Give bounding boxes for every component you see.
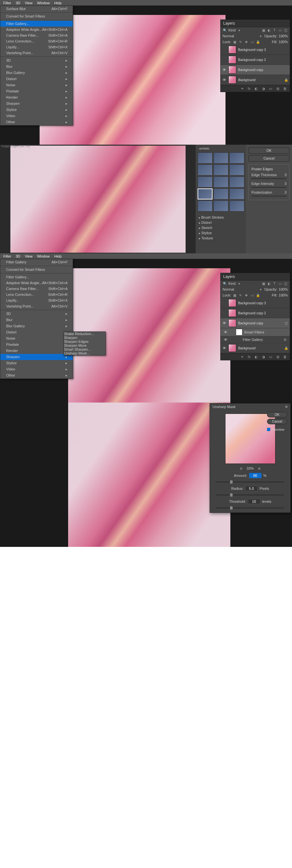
lens-correction[interactable]: Lens Correction...Shift+Ctrl+R — [0, 38, 73, 44]
amount-input[interactable] — [249, 473, 262, 478]
sharpen-edges[interactable]: Sharpen Edges — [64, 340, 106, 343]
filter-blur-gallery[interactable]: Blur Gallery▸ — [0, 323, 73, 329]
lens-correction[interactable]: Lens Correction...Shift+Ctrl+R — [0, 291, 73, 298]
pixel-filter-icon[interactable]: ▦ — [261, 282, 266, 285]
filter-dropdown-icon[interactable]: ▾ — [237, 28, 241, 32]
new-layer-icon[interactable]: ⊞ — [275, 87, 280, 91]
adjustment-icon[interactable]: ◑ — [261, 355, 266, 359]
filter-thumb[interactable] — [213, 188, 228, 199]
threshold-slider[interactable] — [216, 507, 284, 508]
opacity-value[interactable]: 100% — [279, 34, 288, 38]
eye-icon[interactable]: 👁 — [222, 321, 227, 326]
filter-thumb[interactable] — [198, 164, 212, 176]
pixel-filter-icon[interactable]: ▦ — [261, 28, 266, 32]
filter-thumb[interactable] — [213, 200, 228, 212]
filter-dropdown[interactable]: Filter GalleryAlt+Ctrl+F Convert for Sma… — [0, 259, 73, 379]
adaptive-wide-angle[interactable]: Adaptive Wide Angle...Alt+Shift+Ctrl+A — [0, 27, 73, 32]
type-filter-icon[interactable]: T — [272, 28, 277, 32]
filter-thumb[interactable] — [229, 177, 244, 187]
filter-pixelate[interactable]: Pixelate▸ — [0, 88, 73, 94]
shake-reduction[interactable]: Shake Reduction... — [64, 332, 106, 336]
fx-icon[interactable]: fx — [247, 355, 252, 359]
filter-thumb[interactable] — [198, 152, 212, 163]
new-layer-icon[interactable]: ⊞ — [275, 355, 280, 359]
filter-video[interactable]: Video▸ — [0, 366, 73, 372]
zoom-out-icon[interactable]: ⊖ — [239, 466, 243, 470]
layer-row[interactable]: 👁Background🔒 — [221, 343, 290, 353]
link-icon[interactable]: ⚭ — [240, 87, 244, 91]
menu-help[interactable]: Help — [52, 254, 64, 259]
cancel-button[interactable]: Cancel — [249, 155, 289, 161]
layer-row[interactable]: 👁Background🔒 — [221, 75, 290, 85]
ok-button[interactable]: OK — [249, 147, 289, 154]
edge-thickness-slider[interactable]: Edge Thickness3 — [252, 173, 287, 177]
adaptive-wide-angle[interactable]: Adaptive Wide Angle...Alt+Shift+Ctrl+A — [0, 280, 73, 286]
filter-3d[interactable]: 3D▸ — [0, 311, 73, 317]
lock-position-icon[interactable]: ✥ — [244, 40, 249, 44]
layers-panel[interactable]: Layers 🔍 Kind ▾ ▦ ◐ T ▭ ◫ Normal ▾ Opaci… — [220, 20, 290, 92]
lock-position-icon[interactable]: ✥ — [244, 293, 249, 297]
sharpen-item[interactable]: Sharpen — [64, 336, 106, 340]
layer-row[interactable]: Background copy 2 — [221, 55, 290, 65]
canvas[interactable] — [68, 403, 230, 547]
smart-filters-label[interactable]: 👁Smart Filters — [221, 328, 290, 336]
adjustment-icon[interactable]: ◑ — [261, 87, 266, 91]
ok-button[interactable]: OK — [267, 412, 287, 417]
last-filter-item[interactable]: Filter GalleryAlt+Ctrl+F — [0, 259, 73, 265]
last-filter-item[interactable]: Surface BlurAlt+Ctrl+F — [0, 6, 73, 12]
folder-sketch[interactable]: ▸ Sketch — [198, 225, 244, 230]
folder-distort[interactable]: ▸ Distort — [198, 220, 244, 225]
filter-stylize[interactable]: Stylize▸ — [0, 107, 73, 113]
posterization-slider[interactable]: Posterization3 — [252, 190, 287, 194]
search-icon[interactable]: 🔍 — [223, 28, 227, 32]
filter-thumb[interactable] — [229, 152, 244, 163]
filter-gallery-smartfilter[interactable]: 👁Filter Gallery⚙ — [221, 336, 290, 343]
radius-input[interactable] — [245, 486, 258, 491]
filter-thumb[interactable] — [198, 200, 212, 212]
eye-icon[interactable]: 👁 — [222, 67, 227, 72]
adjustment-filter-icon[interactable]: ◐ — [267, 282, 271, 285]
adjustment-filter-icon[interactable]: ◐ — [267, 28, 271, 32]
layer-row[interactable]: Background copy 2 — [221, 308, 290, 318]
blend-mode[interactable]: Normal — [223, 34, 257, 38]
filter-other[interactable]: Other▸ — [0, 372, 73, 378]
layer-row-selected[interactable]: 👁Background copy — [221, 65, 290, 75]
fx-icon[interactable]: fx — [247, 87, 252, 91]
vanishing-point[interactable]: Vanishing Point...Alt+Ctrl+V — [0, 303, 73, 309]
convert-smart-filters[interactable]: Convert for Smart Filters — [0, 267, 73, 273]
filter-thumb[interactable] — [213, 177, 228, 187]
folder-texture[interactable]: ▸ Texture — [198, 236, 244, 241]
lock-paint-icon[interactable]: ✎ — [238, 293, 243, 297]
menubar[interactable]: Filter 3D View Window Help — [0, 0, 292, 5]
eye-icon[interactable]: 👁 — [222, 346, 227, 350]
liquify[interactable]: Liquify...Shift+Ctrl+X — [0, 44, 73, 50]
search-icon[interactable]: 🔍 — [223, 282, 227, 285]
filter-preview[interactable] — [0, 145, 196, 253]
folder-brush-strokes[interactable]: ▸ Brush Strokes — [198, 215, 244, 220]
menu-window[interactable]: Window — [35, 254, 52, 259]
menu-window[interactable]: Window — [35, 0, 52, 5]
menu-help[interactable]: Help — [52, 0, 64, 5]
blend-options-icon[interactable]: ⚙ — [283, 338, 287, 342]
filter-sharpen[interactable]: Sharpen▸ — [0, 354, 73, 360]
filter-render[interactable]: Render▸ — [0, 348, 73, 354]
menu-filter[interactable]: Filter — [1, 254, 13, 259]
preview-checkbox[interactable]: Preview — [267, 428, 287, 431]
filter-noise[interactable]: Noise▸ — [0, 335, 73, 342]
sharpen-more[interactable]: Sharpen More — [64, 343, 106, 347]
menu-filter[interactable]: Filter — [1, 0, 13, 5]
close-icon[interactable]: ✕ — [285, 405, 288, 409]
lock-transparency-icon[interactable]: ▦ — [232, 40, 237, 44]
artistic-folder[interactable]: Artistic — [203, 147, 207, 151]
filter-dropdown[interactable]: Surface BlurAlt+Ctrl+F Convert for Smart… — [0, 5, 73, 126]
menu-view[interactable]: View — [23, 254, 35, 259]
filter-gallery-item[interactable]: Filter Gallery... — [0, 21, 73, 27]
lock-artboard-icon[interactable]: ▭ — [250, 293, 254, 297]
group-icon[interactable]: ▭ — [268, 87, 273, 91]
filter-thumb[interactable] — [229, 164, 244, 176]
layer-row-selected[interactable]: 👁Background copy◫ — [221, 318, 290, 328]
filter-blur[interactable]: Blur▸ — [0, 64, 73, 70]
group-icon[interactable]: ▭ — [268, 355, 273, 359]
filter-sharpen[interactable]: Sharpen▸ — [0, 100, 73, 107]
zoom-in-icon[interactable]: ⊕ — [257, 466, 262, 470]
